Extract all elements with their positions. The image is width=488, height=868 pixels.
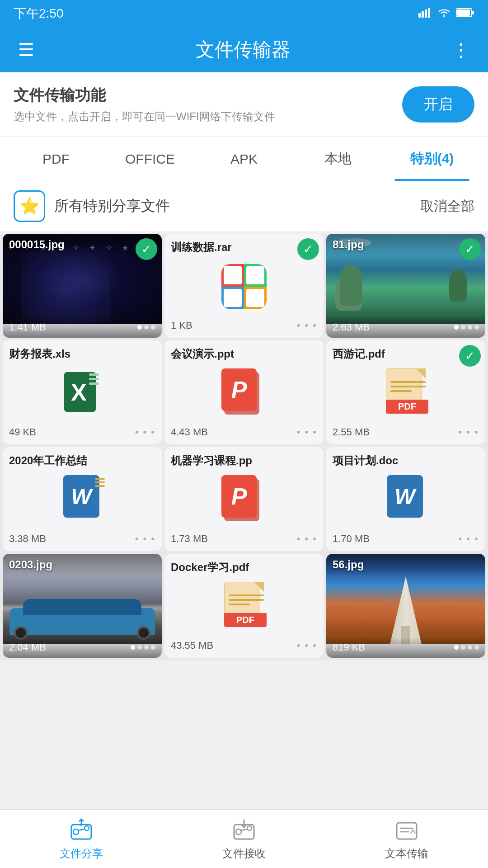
word-icon: W xyxy=(383,475,428,525)
section-left: ⭐ 所有特别分享文件 xyxy=(14,190,170,222)
word-icon: W xyxy=(60,475,105,525)
list-item[interactable]: 西游记.pdf ✓ PDF 2.55 MB • • • xyxy=(326,340,485,444)
file-name: 56.jpg xyxy=(326,554,485,576)
ppt-icon: P xyxy=(221,368,267,418)
file-icon-area: W xyxy=(9,472,155,528)
check-badge: ✓ xyxy=(459,238,481,260)
bottom-nav: 文件分享 文件接收 文本传输 xyxy=(0,809,488,868)
file-more-button[interactable]: • • • xyxy=(135,533,155,545)
file-size: 43.55 MB xyxy=(171,640,213,651)
transfer-banner: 文件传输功能 选中文件，点击开启，即可在同一WIFI网络下传输文件 开启 xyxy=(0,72,488,137)
svg-rect-6 xyxy=(472,11,474,14)
file-grid: 000015.jpg ✓ 1.41 MB 训练数据.rar ✓ 1 KB xyxy=(0,234,488,660)
file-more-button[interactable]: • • • xyxy=(297,640,317,651)
list-item[interactable]: 会议演示.ppt P 4.43 MB • • • xyxy=(164,340,324,444)
svg-rect-3 xyxy=(428,8,430,18)
file-name: 财务报表.xls xyxy=(9,347,70,361)
file-type-tabs: PDF OFFICE APK 本地 特别(4) xyxy=(0,137,488,181)
signal-icon xyxy=(418,6,432,21)
rar-icon xyxy=(221,264,267,309)
file-name: 会议演示.ppt xyxy=(171,347,234,361)
file-size: 1.73 MB xyxy=(171,533,208,545)
battery-icon xyxy=(456,6,474,21)
list-item[interactable]: 项目计划.doc W 1.70 MB • • • xyxy=(326,447,485,551)
file-icon-area: W xyxy=(333,472,479,528)
nav-label-text: 文本传输 xyxy=(385,846,428,861)
svg-rect-2 xyxy=(425,9,427,18)
file-name: Docker学习.pdf xyxy=(171,560,249,575)
file-more-button[interactable]: • • • xyxy=(297,426,317,438)
start-button[interactable]: 开启 xyxy=(402,86,474,123)
file-size: 1.41 MB xyxy=(9,321,46,333)
app-title: 文件传输器 xyxy=(196,37,291,62)
check-badge: ✓ xyxy=(136,238,157,260)
nav-item-receive[interactable]: 文件接收 xyxy=(163,817,325,861)
file-icon-area xyxy=(171,258,317,315)
file-name: 2020年工作总结 xyxy=(9,453,87,468)
tab-office[interactable]: OFFICE xyxy=(103,139,197,179)
receive-icon xyxy=(231,817,257,843)
more-button[interactable]: ⋮ xyxy=(452,39,470,60)
svg-rect-1 xyxy=(422,11,424,18)
star-icon: ⭐ xyxy=(14,190,45,222)
section-title: 所有特别分享文件 xyxy=(54,196,170,216)
file-size: 4.43 MB xyxy=(171,426,208,438)
banner-title: 文件传输功能 xyxy=(14,85,275,106)
file-icon-area: X xyxy=(9,365,155,422)
status-time: 下午2:50 xyxy=(14,5,64,22)
list-item[interactable]: 0203.jpg 2.04 MB xyxy=(3,554,162,658)
file-size: 1 KB xyxy=(171,320,192,331)
svg-point-18 xyxy=(236,829,241,835)
file-size: 2.63 MB xyxy=(333,321,370,333)
file-size: 49 KB xyxy=(9,426,36,438)
svg-point-14 xyxy=(84,826,89,830)
file-name: 机器学习课程.pp xyxy=(171,453,252,468)
nav-item-share[interactable]: 文件分享 xyxy=(0,817,163,861)
check-badge: ✓ xyxy=(459,345,481,367)
file-icon-area: PDF xyxy=(333,365,479,422)
file-more-button[interactable]: • • • xyxy=(297,320,317,331)
svg-point-13 xyxy=(73,829,79,835)
list-item[interactable]: 2020年工作总结 W 3.38 MB • • • xyxy=(3,447,162,551)
list-item[interactable]: 训练数据.rar ✓ 1 KB • • • xyxy=(164,234,324,338)
banner-text: 文件传输功能 选中文件，点击开启，即可在同一WIFI网络下传输文件 xyxy=(14,85,275,124)
svg-text:X: X xyxy=(71,379,87,406)
ppt-icon: P xyxy=(221,475,267,525)
file-size: 819 KB xyxy=(333,642,365,653)
list-item[interactable]: 000015.jpg ✓ 1.41 MB xyxy=(3,234,162,338)
file-icon-area: P xyxy=(171,365,317,422)
file-size: 1.70 MB xyxy=(333,533,370,545)
file-more-button[interactable]: • • • xyxy=(459,533,479,545)
svg-line-20 xyxy=(241,829,247,830)
file-size: 2.55 MB xyxy=(333,426,370,438)
list-item[interactable]: Docker学习.pdf PDF 43.55 MB • • • xyxy=(164,554,324,658)
svg-rect-0 xyxy=(418,13,421,18)
svg-rect-5 xyxy=(457,9,470,16)
svg-rect-9 xyxy=(89,373,99,376)
excel-icon: X xyxy=(62,370,103,417)
file-more-button[interactable]: • • • xyxy=(135,426,155,438)
cancel-all-button[interactable]: 取消全部 xyxy=(420,197,474,216)
tab-local[interactable]: 本地 xyxy=(291,137,385,181)
pdf-icon: PDF xyxy=(383,368,428,418)
tab-apk[interactable]: APK xyxy=(197,139,291,179)
list-item[interactable]: 财务报表.xls X 49 KB • • • xyxy=(3,340,162,444)
file-name: 训练数据.rar xyxy=(171,240,232,255)
list-item[interactable]: 56.jpg 819 KB xyxy=(326,554,485,658)
file-name: 西游记.pdf xyxy=(333,347,385,361)
pdf-icon: PDF xyxy=(221,582,267,632)
svg-rect-11 xyxy=(89,382,99,385)
tab-pdf[interactable]: PDF xyxy=(9,139,103,179)
wifi-icon xyxy=(437,6,451,21)
menu-button[interactable]: ☰ xyxy=(18,41,34,59)
file-icon-area: P xyxy=(171,472,317,528)
text-transfer-icon xyxy=(394,817,419,843)
file-name: 项目计划.doc xyxy=(333,453,398,468)
list-item[interactable]: 81.jpg ✓ 2.63 MB xyxy=(326,234,485,338)
tab-special[interactable]: 特别(4) xyxy=(385,137,479,181)
nav-item-text[interactable]: 文本传输 xyxy=(325,817,488,861)
file-more-button[interactable]: • • • xyxy=(459,426,479,438)
svg-rect-10 xyxy=(89,378,99,380)
list-item[interactable]: 机器学习课程.pp P 1.73 MB • • • xyxy=(164,447,324,551)
file-more-button[interactable]: • • • xyxy=(297,533,317,545)
